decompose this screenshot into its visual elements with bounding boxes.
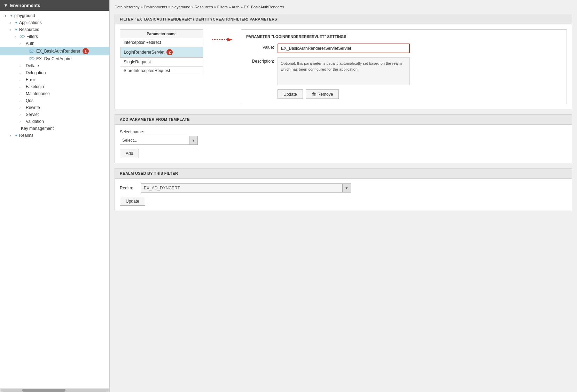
arrow-icon: ›: [20, 92, 24, 96]
sidebar-header: ▼ Environments: [0, 0, 109, 11]
add-param-section: ADD PARAMETER FROM TEMPLATE Select name:…: [115, 114, 572, 163]
arrow-icon: ›: [20, 42, 24, 46]
sidebar-item-realms[interactable]: › ✦ Realms: [0, 132, 109, 139]
select-wrapper: Select... ▼: [120, 136, 567, 145]
arrow-icon: ›: [20, 71, 24, 75]
realm-section-body: Realm: EX_AD_DYNCERT ▼ Update: [115, 179, 572, 211]
sidebar-scrollbar[interactable]: [0, 388, 109, 392]
param-row-cell[interactable]: SingleRequest: [120, 58, 203, 66]
sidebar-item-label: Deflate: [26, 63, 39, 68]
arrow-icon: ›: [20, 113, 24, 117]
sidebar-item-label: Error: [26, 77, 35, 82]
sidebar-item-label: Filters: [26, 34, 38, 39]
arrow-icon: ›: [20, 85, 24, 89]
add-param-section-header: ADD PARAMETER FROM TEMPLATE: [115, 115, 572, 125]
sidebar-item-validation[interactable]: › Validation: [0, 118, 109, 125]
realm-dropdown-button[interactable]: ▼: [343, 183, 351, 193]
settings-panel-title: PARAMETER "LOGINRENDERERSERVLET" SETTING…: [246, 34, 562, 39]
realm-update-button[interactable]: Update: [120, 197, 145, 206]
sidebar-item-servlet[interactable]: › Servlet: [0, 111, 109, 118]
param-template-select[interactable]: Select...: [120, 136, 189, 145]
arrow-icon: ›: [5, 14, 10, 18]
sidebar-item-applications[interactable]: › ✦ Applications: [0, 19, 109, 26]
sidebar-item-label: Delegation: [26, 70, 46, 75]
sidebar-item-label: Qos: [26, 98, 33, 103]
arrow-icon: ›: [10, 28, 15, 32]
update-label: Update: [283, 92, 297, 97]
value-label: Value:: [246, 44, 274, 50]
sidebar-item-qos[interactable]: › Qos: [0, 97, 109, 104]
realm-label: Realm:: [120, 186, 137, 190]
sidebar-item-label: Fakelogin: [26, 84, 44, 89]
description-box: Optional: this parameter is usually auto…: [278, 57, 410, 85]
sidebar-item-label: Auth: [26, 41, 34, 46]
arrow-icon: ›: [20, 64, 24, 68]
table-row[interactable]: StoreInterceptedRequest: [120, 66, 203, 75]
param-row-cell[interactable]: InterceptionRedirect: [120, 38, 203, 47]
arrow-icon: ›: [20, 78, 24, 82]
sidebar-item-label: Key management: [21, 126, 54, 131]
realm-section-header: REALM USED BY THIS FILTER: [115, 168, 572, 179]
add-param-section-body: Select name: Select... ▼ Add: [115, 125, 572, 163]
filter-node-icon: ⌦: [29, 49, 35, 54]
description-label: Description:: [246, 57, 274, 64]
sidebar-item-label: Validation: [26, 119, 44, 124]
table-row[interactable]: InterceptionRedirect: [120, 38, 203, 47]
sidebar-item-error[interactable]: › Error: [0, 76, 109, 83]
sidebar-item-label: playground: [14, 13, 35, 18]
main-content: Data hierarchy » Environments » playgrou…: [110, 0, 577, 392]
realm-row: Realm: EX_AD_DYNCERT ▼: [120, 183, 567, 193]
select-dropdown-button[interactable]: ▼: [189, 136, 198, 145]
sidebar-item-label: Maintenance: [26, 91, 50, 96]
sidebar-item-rewrite[interactable]: › Rewrite: [0, 104, 109, 111]
sidebar-item-resources[interactable]: › ✦ Resources: [0, 26, 109, 33]
add-label: Add: [126, 151, 133, 156]
main-scroll: FILTER "EX_BASICAUTHRENDERER" (IDENTITYC…: [115, 14, 572, 389]
remove-label: Remove: [318, 92, 333, 97]
sidebar-item-playground[interactable]: › ✦ playground: [0, 12, 109, 19]
sidebar-item-label: Rewrite: [26, 105, 40, 110]
param-table: Parameter name InterceptionRedirect Logi…: [120, 29, 203, 75]
param-row-cell[interactable]: LoginRendererServlet 2: [120, 47, 203, 57]
sidebar-item-fakelogin[interactable]: › Fakelogin: [0, 83, 109, 90]
filter-icon: ⌦: [20, 34, 25, 39]
realms-icon: ✦: [15, 133, 18, 138]
add-button[interactable]: Add: [120, 149, 139, 158]
sidebar-item-delegation[interactable]: › Delegation: [0, 69, 109, 76]
sidebar-item-filters[interactable]: › ⌦ Filters: [0, 33, 109, 40]
arrow-icon: ›: [20, 106, 24, 110]
update-button[interactable]: Update: [278, 89, 303, 99]
sidebar-item-key-management[interactable]: Key management: [0, 125, 109, 132]
annotation-badge-1: 1: [83, 48, 89, 54]
realm-select-wrapper: EX_AD_DYNCERT ▼: [141, 183, 351, 193]
svg-marker-1: [227, 38, 233, 41]
sidebar-item-label: EX_BasicAuthRenderer: [36, 49, 80, 54]
sidebar-item-ex-dyncertaquire[interactable]: ⌦ EX_DynCertAquire: [0, 55, 109, 62]
dashed-arrow: [209, 36, 235, 43]
table-row[interactable]: SingleRequest: [120, 58, 203, 66]
sidebar-item-label: EX_DynCertAquire: [36, 56, 71, 61]
sidebar-item-label: Resources: [19, 27, 39, 32]
sidebar-item-ex-basicauthrenderer[interactable]: ⌦ EX_BasicAuthRenderer 1: [0, 47, 109, 55]
arrow-icon: ›: [15, 35, 20, 39]
breadcrumb: Data hierarchy » Environments » playgrou…: [115, 3, 572, 9]
sidebar-item-label: Servlet: [26, 112, 39, 117]
remove-button[interactable]: 🗑 Remove: [306, 89, 339, 99]
arrow-icon: ›: [20, 99, 24, 103]
triangle-icon: ▼: [3, 3, 8, 8]
filter-section-header: FILTER "EX_BASICAUTHRENDERER" (IDENTITYC…: [115, 14, 572, 24]
annotation-badge-2: 2: [166, 49, 173, 55]
realm-select[interactable]: EX_AD_DYNCERT: [141, 183, 343, 193]
table-row[interactable]: LoginRendererServlet 2: [120, 47, 203, 58]
value-input[interactable]: [278, 44, 410, 53]
sidebar-item-maintenance[interactable]: › Maintenance: [0, 90, 109, 97]
params-layout: Parameter name InterceptionRedirect Logi…: [120, 29, 567, 104]
arrow-icon: ›: [10, 134, 15, 138]
param-table-container: Parameter name InterceptionRedirect Logi…: [120, 29, 203, 75]
param-row-cell[interactable]: StoreInterceptedRequest: [120, 66, 203, 75]
sidebar-item-deflate[interactable]: › Deflate: [0, 62, 109, 69]
sidebar-tree: › ✦ playground › ✦ Applications › ✦ Reso…: [0, 11, 109, 388]
param-table-header: Parameter name: [120, 30, 203, 38]
sidebar-item-label: Applications: [19, 20, 42, 25]
sidebar-item-auth[interactable]: › Auth: [0, 40, 109, 47]
